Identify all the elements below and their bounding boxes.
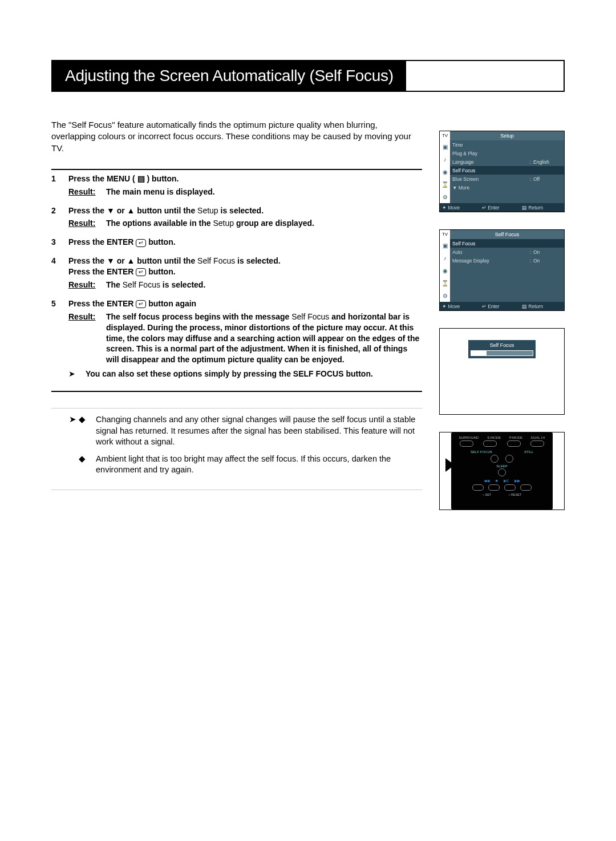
function-icon: ⚙ xyxy=(440,191,450,203)
remote-label: DUAL I-II xyxy=(531,436,545,439)
note-2: ◆ Ambient light that is too bright may a… xyxy=(51,454,422,476)
transport-buttons xyxy=(455,484,549,491)
enter-label: ENTER xyxy=(107,299,133,308)
step-3: 3 Press the ENTER ↵ button. xyxy=(51,237,422,248)
sidebar: TV Setup ▣ ♪ ◉ ⌛ ⚙ TimePlug & PlayLangua… xyxy=(439,131,565,510)
remote-label: SELF FOCUS xyxy=(471,450,492,454)
self-focus-button xyxy=(491,455,499,463)
tv-badge: TV xyxy=(440,131,450,140)
osd-row-value: On xyxy=(533,249,562,255)
sleep-label: SLEEP xyxy=(455,464,549,468)
osd-row-colon: : xyxy=(528,159,533,165)
step-2: 2 Press the ▼ or ▲ button until the Setu… xyxy=(51,205,422,229)
tip-text-b: SELF FOCUS button. xyxy=(293,369,373,378)
step-text-tail: button. xyxy=(146,267,175,276)
page-title: Adjusting the Screen Automatically (Self… xyxy=(52,61,406,91)
note-1: ➤ ◆ Changing channels and any other sign… xyxy=(51,414,422,448)
osd-row xyxy=(450,282,564,290)
transport-icon: ■ xyxy=(495,479,497,483)
tv-badge: TV xyxy=(440,230,450,239)
enter-label: ENTER xyxy=(107,237,133,246)
remote-top-buttons xyxy=(455,440,549,447)
remote-mid-labels: SELF FOCUSSTILL xyxy=(455,450,549,454)
self-focus-word: Self Focus xyxy=(291,312,329,321)
notes-box: ➤ ◆ Changing channels and any other sign… xyxy=(51,408,422,490)
step-number: 2 xyxy=(51,205,68,229)
step-text: Press the ▼ or ▲ button until the xyxy=(68,256,197,265)
note-icon: ➤ ◆ xyxy=(51,414,96,448)
progress-fill xyxy=(471,351,487,355)
osd-row-label: Language xyxy=(452,159,528,165)
osd-enter: ↵ Enter xyxy=(482,304,522,309)
osd-icon-column: ▣ ♪ ◉ ⌛ ⚙ xyxy=(440,140,450,203)
osd-row-colon: : xyxy=(528,258,533,264)
step-text-tail: ( ▤ ) button. xyxy=(130,174,179,183)
remote-button xyxy=(504,484,516,491)
osd-row-label: ▼ More xyxy=(452,185,528,191)
osd-move: ✦ Move xyxy=(442,205,482,211)
remote-button xyxy=(488,484,500,491)
remote-button xyxy=(460,440,473,447)
menu-label: MENU xyxy=(107,174,130,183)
page-title-bar: Adjusting the Screen Automatically (Self… xyxy=(51,60,565,92)
progress-bar xyxy=(471,350,533,356)
osd-row-label: Plug & Play xyxy=(452,151,528,156)
osd-row xyxy=(450,265,564,273)
remote-button xyxy=(507,440,521,447)
osd-progress: Self Focus xyxy=(439,328,565,415)
note-text: Ambient light that is too bright may aff… xyxy=(96,454,422,476)
transport-labels: ◀◀■▶II▶▶ xyxy=(455,479,549,483)
set-reset-row: ○ SET○ RESET xyxy=(455,493,549,496)
result-text-a: The self focus process begins with the m… xyxy=(106,312,291,321)
osd-row: Self Focus xyxy=(450,239,564,248)
osd-row: Plug & Play xyxy=(450,149,564,157)
osd-move: ✦ Move xyxy=(442,304,482,309)
note-text: Changing channels and any other signal c… xyxy=(96,414,422,448)
step-text: Press the ▼ or ▲ button until the xyxy=(68,206,197,215)
remote-label: STILL xyxy=(524,450,533,454)
step-text-tail: is selected. xyxy=(235,256,280,265)
remote-label: P.MODE xyxy=(509,436,522,439)
result-label: Result: xyxy=(68,218,106,229)
osd-row-label: Blue Screen xyxy=(452,176,528,182)
remote-label: S.MODE xyxy=(487,436,501,439)
sound-icon: ♪ xyxy=(440,252,450,264)
sleep-button xyxy=(498,468,506,476)
result-text: The main menu is displayed. xyxy=(106,187,215,197)
remote-label: ○ SET xyxy=(483,493,492,496)
result-text-b: group are displayed. xyxy=(234,219,314,228)
remote-button xyxy=(483,440,497,447)
sound-icon: ♪ xyxy=(440,153,450,165)
result-label: Result: xyxy=(68,280,106,290)
step-1: 1 Press the MENU ( ▤ ) button. Result: T… xyxy=(51,173,422,197)
osd-row-label: Auto xyxy=(452,249,528,255)
remote-mid-buttons xyxy=(455,455,549,463)
osd-row-label: Self Focus xyxy=(452,241,528,246)
osd-row: ▼ More xyxy=(450,183,564,192)
osd-return: ▤ Return xyxy=(522,304,562,309)
enter-icon: ↵ xyxy=(136,300,146,308)
osd-row-colon: : xyxy=(528,176,533,182)
main-content: The "Self Focus" feature automatically f… xyxy=(51,119,422,510)
steps-box: 1 Press the MENU ( ▤ ) button. Result: T… xyxy=(51,169,422,392)
intro-paragraph: The "Self Focus" feature automatically f… xyxy=(51,119,422,154)
step-text: Press the xyxy=(68,174,107,183)
osd-row: Language:English xyxy=(450,157,564,166)
osd-self-focus: TV Self Focus ▣ ♪ ◉ ⌛ ⚙ Self FocusAuto:O… xyxy=(439,229,565,311)
osd-row: Self Focus xyxy=(450,166,564,175)
note-bullet: ◆ xyxy=(51,454,96,476)
step-text: Press the xyxy=(68,299,107,308)
osd-row: Auto:On xyxy=(450,248,564,256)
remote-diagram: SURROUNDS.MODEP.MODEDUAL I-II SELF FOCUS… xyxy=(439,432,565,510)
remote-label: ○ RESET xyxy=(508,493,521,496)
setup-icon: ⌛ xyxy=(440,277,450,289)
step-text-tail: button. xyxy=(146,237,175,246)
step-text-tail: button again xyxy=(146,299,196,308)
step-text: Press the xyxy=(68,237,107,246)
transport-icon: ▶II xyxy=(504,479,509,483)
osd-rows: Self FocusAuto:OnMessage Display:On xyxy=(450,239,564,302)
osd-row-label: Message Display xyxy=(452,258,528,264)
result-text-a: The options available in the xyxy=(106,219,213,228)
osd-row: Message Display:On xyxy=(450,256,564,265)
tip-text-a: You can also set these options simply by… xyxy=(86,369,293,378)
